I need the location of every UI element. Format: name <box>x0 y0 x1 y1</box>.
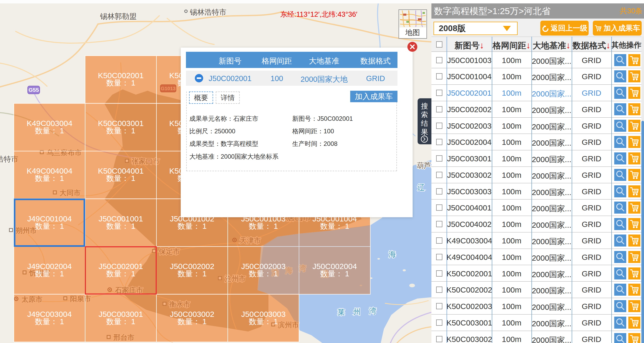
svg-text:数量： 1: 数量： 1 <box>249 317 278 326</box>
svg-text:数量： 1: 数量： 1 <box>106 79 135 87</box>
svg-text:湾: 湾 <box>369 307 376 315</box>
svg-text:州: 州 <box>353 308 361 316</box>
svg-text:海: 海 <box>389 250 396 258</box>
svg-text:数量： 1: 数量： 1 <box>106 127 135 135</box>
svg-text:G55: G55 <box>28 87 39 93</box>
svg-text:数量： 1: 数量： 1 <box>249 270 278 278</box>
svg-text:数量： 1: 数量： 1 <box>35 222 64 230</box>
svg-text:数量： 1: 数量： 1 <box>35 174 64 182</box>
svg-text:数量： 1: 数量： 1 <box>106 270 135 278</box>
svg-text:数量： 1: 数量： 1 <box>178 317 207 326</box>
svg-text:数量： 1: 数量： 1 <box>106 317 135 326</box>
svg-text:葫芦岛: 葫芦岛 <box>417 162 431 169</box>
svg-text:数量： 1: 数量： 1 <box>320 270 349 278</box>
svg-text:锡林浩特市: 锡林浩特市 <box>190 8 226 16</box>
svg-text:数量： 1: 数量： 1 <box>178 270 207 278</box>
svg-text:数量： 1: 数量： 1 <box>35 270 64 278</box>
svg-text:辽: 辽 <box>417 184 425 192</box>
svg-text:数量： 1: 数量： 1 <box>35 127 64 135</box>
svg-text:数量： 1: 数量： 1 <box>320 222 349 230</box>
svg-text:数量： 1: 数量： 1 <box>35 317 64 326</box>
svg-text:数量： 1: 数量： 1 <box>106 174 135 182</box>
svg-text:莱: 莱 <box>338 308 345 316</box>
svg-text:数量： 1: 数量： 1 <box>106 222 135 230</box>
svg-text:数量： 1: 数量： 1 <box>249 222 278 230</box>
svg-text:数量： 1: 数量： 1 <box>178 222 207 230</box>
svg-text:东经:113°12′,北纬:43°36′: 东经:113°12′,北纬:43°36′ <box>280 10 357 18</box>
svg-text:锡林郭勒盟: 锡林郭勒盟 <box>100 12 137 20</box>
svg-text:地图: 地图 <box>405 28 420 37</box>
